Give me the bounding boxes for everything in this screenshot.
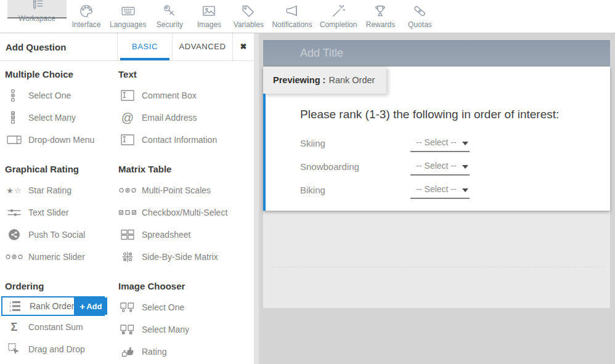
radio-list-icon [5,89,23,102]
tab-advanced[interactable]: ADVANCED [172,33,232,60]
item-label: Push To Social [28,230,85,240]
item-comment-box[interactable]: Comment Box [118,84,249,107]
toolbar-item-workspace[interactable]: Workspace [7,0,67,18]
toolbar-item-variables[interactable]: Variables [229,0,268,30]
toolbar-item-notifications[interactable]: Notifications [268,0,316,30]
toolbar-item-label: Completion [320,20,357,29]
add-button-label: Add [86,302,102,311]
svg-text:1: 1 [9,301,11,304]
grid-icon [118,229,137,240]
tab-basic[interactable]: BASIC [117,33,172,60]
item-star-rating[interactable]: ★☆ Star Rating [5,179,118,201]
toolbar-item-label: Images [197,20,221,29]
section-title: Graphical Rating [5,162,118,179]
item-label: Select Many [142,325,189,334]
share-circle-icon [5,229,23,241]
rank-select-snowboarding[interactable]: -- Select -- [410,157,470,176]
chevron-down-icon [462,165,468,169]
toolbar-item-images[interactable]: Images [189,0,229,30]
radio-row-icon [5,254,23,260]
item-label: Side-By-Side Matrix [142,252,218,262]
section-matrix-table: Matrix Table Multi-Point Scales Checkbox… [118,162,249,268]
text-slider-icon [5,208,23,217]
item-image-select-many[interactable]: Select Many [118,318,249,341]
section-title: Text [118,67,249,84]
rank-rows: Skiing -- Select -- Snowboarding -- Sele… [300,131,470,201]
item-label: Star Rating [28,185,71,195]
checkbox-row-icon [118,209,137,216]
checkbox-list-icon [5,111,23,124]
item-drag-and-drop[interactable]: Drag and Drop [5,338,118,360]
item-rank-order[interactable]: 123 Rank Order + Add [1,296,105,316]
item-select-many[interactable]: Select Many [5,107,118,129]
item-label: Multi-Point Scales [142,185,211,195]
toolbar-item-security[interactable]: Security [150,0,189,30]
text-cursor-box-icon [118,134,137,146]
item-image-select-one[interactable]: Select One [118,296,249,318]
megaphone-icon [284,2,300,20]
toolbar-item-rewards[interactable]: Rewards [360,0,400,30]
thumbs-up-icon [118,346,137,357]
drag-cursor-icon [5,343,23,355]
section-ordering: Ordering 123 Rank Order + Add Σ C [5,279,118,363]
item-text-slider[interactable]: Text Slider [5,201,118,224]
toolbar-item-quotas[interactable]: Quotas [400,0,439,30]
image-checkbox-icon [118,325,137,334]
toolbar-item-interface[interactable]: Interface [67,0,106,30]
item-label: Select Many [28,113,76,123]
rank-row-label: Biking [300,185,410,195]
select-placeholder: -- Select -- [416,184,463,194]
item-drop-down-menu[interactable]: Drop-down Menu [5,129,118,151]
radio-row-icon [118,187,137,193]
item-constant-sum[interactable]: Σ Constant Sum [5,316,118,338]
drop-zone-divider [269,267,604,267]
toolbar-item-label: Languages [110,20,146,29]
item-numeric-slider[interactable]: Numeric Slider [5,246,118,268]
select-placeholder: -- Select -- [416,137,463,147]
item-multi-point-scales[interactable]: Multi-Point Scales [118,179,249,201]
item-label: Rating [142,347,166,357]
close-icon[interactable]: ✖ [232,33,254,60]
numbered-list-icon: 123 [6,301,25,312]
panel-scrollbar[interactable] [254,33,259,364]
text-cursor-box-icon [118,89,137,102]
rank-select-skiing[interactable]: -- Select -- [410,134,470,152]
item-image-rating[interactable]: Rating [118,341,249,363]
add-button[interactable]: + Add [74,297,107,315]
top-toolbar: Workspace Interface Languages Security I… [0,0,615,33]
rank-select-biking[interactable]: -- Select -- [410,180,470,199]
star-rating-icon: ★☆ [5,186,23,195]
item-label: Drop-down Menu [28,135,94,145]
item-label: Spreadsheet [142,230,190,240]
item-email-address[interactable]: @ Email Address [118,107,249,129]
plus-icon: + [79,301,85,312]
image-icon [201,2,217,20]
item-label: Comment Box [142,91,197,100]
item-contact-information[interactable]: Contact Information [118,129,249,151]
image-radio-icon [118,302,137,312]
item-label: Contact Information [142,135,217,145]
section-multiple-choice: Multiple Choice Select One Select Many [5,67,118,151]
trophy-icon [372,2,388,20]
item-side-by-side-matrix[interactable]: Side-By-Side Matrix [118,246,249,268]
toolbar-item-completion[interactable]: Completion [316,0,361,30]
section-graphical-rating: Graphical Rating ★☆ Star Rating Text Sli… [5,162,118,268]
question-accent-bar [263,94,266,211]
toolbar-item-label: Quotas [408,20,432,29]
panel-header: Add Question BASIC ADVANCED ✖ [0,33,254,61]
section-title: Ordering [5,279,118,296]
item-spreadsheet[interactable]: Spreadsheet [118,224,249,246]
toolbar-item-languages[interactable]: Languages [106,0,150,30]
item-select-one[interactable]: Select One [5,84,118,107]
toolbar-item-label: Interface [72,20,101,29]
item-push-to-social[interactable]: Push To Social [5,224,118,246]
add-title-field[interactable]: Add Title [263,40,610,67]
previewing-tab: Previewing : Rank Order [263,67,386,94]
question-type-list: Multiple Choice Select One Select Many [0,61,254,363]
section-image-chooser: Image Chooser Select One Select Many [118,279,249,363]
item-label: Drag and Drop [28,344,85,354]
item-checkbox-multi-select[interactable]: Checkbox/Multi-Select [118,201,249,224]
item-label: Checkbox/Multi-Select [142,208,227,217]
rank-row-label: Skiing [300,138,410,148]
section-text: Text Comment Box @ Email Address Contact… [118,67,249,151]
